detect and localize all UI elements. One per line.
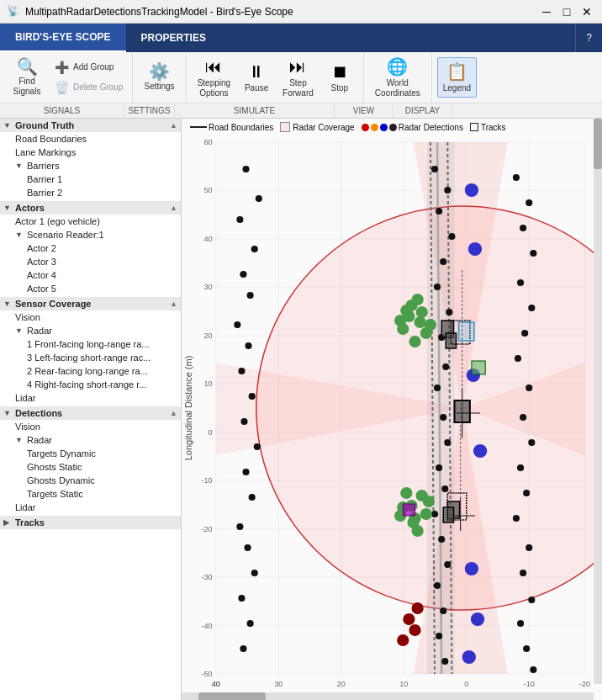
svg-text:-20: -20	[201, 525, 212, 533]
step-forward-button[interactable]: ⏭ StepForward	[277, 53, 319, 103]
svg-text:-40: -40	[201, 622, 212, 630]
legend-radar-dots: Radar Detections	[362, 123, 463, 132]
svg-point-135	[465, 562, 478, 575]
viz-svg[interactable]: 60 50 40 30 20 10 0 -10 -20 -30 -40 -50 …	[182, 119, 602, 700]
find-signals-button[interactable]: 🔍 FindSignals	[5, 54, 49, 101]
viz-scrollbar-h[interactable]	[182, 692, 594, 700]
lane-markings-label: Lane Markings	[15, 147, 76, 157]
svg-point-92	[513, 174, 520, 181]
svg-point-134	[473, 444, 487, 458]
actor-1-label: Actor 1 (ego vehicle)	[15, 216, 100, 226]
world-coordinates-icon: 🌐	[387, 56, 408, 77]
legend-button[interactable]: 📋 Legend	[437, 57, 477, 98]
help-button[interactable]: ?	[575, 24, 602, 52]
sidebar-item-det-lidar[interactable]: Lidar	[0, 501, 181, 514]
sidebar-item-vision[interactable]: Vision	[0, 310, 181, 324]
legend-bar: Road Boundaries Radar Coverage Radar Det…	[190, 122, 506, 132]
sidebar-item-barrier-2[interactable]: Barrier 2	[0, 186, 181, 199]
svg-text:-10: -10	[524, 680, 535, 688]
toolbar: 🔍 FindSignals ➕ Add Group 🗑️ Delete Grou…	[0, 52, 602, 119]
sidebar-item-ghosts-static[interactable]: Ghosts Static	[0, 460, 181, 474]
svg-point-51	[242, 166, 249, 172]
sidebar-item-radar-1[interactable]: 1 Front-facing long-range ra...	[0, 337, 181, 351]
svg-point-74	[448, 233, 455, 240]
stop-icon: ⏹	[331, 62, 348, 82]
sidebar-section-actors[interactable]: ▼ Actors ▲	[0, 201, 181, 215]
sidebar-item-actor-3[interactable]: Actor 3	[0, 255, 181, 268]
sidebar-item-targets-dynamic[interactable]: Targets Dynamic	[0, 447, 181, 460]
viz-scrollbar-thumb-h	[198, 692, 266, 700]
add-group-label: Add Group	[73, 62, 114, 72]
settings-label: Settings	[144, 82, 174, 92]
detections-label: Detections	[15, 408, 62, 418]
add-group-button[interactable]: ➕ Add Group	[50, 58, 127, 77]
close-button[interactable]: ✕	[578, 3, 595, 20]
stepping-options-button[interactable]: ⏮ SteppingOptions	[192, 53, 236, 103]
svg-point-105	[513, 515, 520, 522]
svg-point-138	[468, 242, 482, 256]
sidebar-item-det-radar[interactable]: ▼ Radar	[0, 433, 181, 447]
svg-point-81	[440, 414, 446, 421]
sidebar-item-lidar[interactable]: Lidar	[0, 391, 181, 405]
svg-point-82	[444, 439, 451, 446]
svg-point-120	[425, 319, 436, 331]
delete-group-button[interactable]: 🗑️ Delete Group	[50, 78, 127, 97]
viz-scrollbar-v[interactable]	[594, 119, 602, 684]
svg-point-54	[251, 246, 258, 252]
delete-group-icon: 🗑️	[55, 81, 69, 94]
svg-point-86	[438, 536, 445, 543]
sidebar-section-detections[interactable]: ▼ Detections ▲	[0, 406, 181, 420]
tab-birdseye[interactable]: BIRD'S-EYE SCOPE	[0, 24, 126, 52]
minimize-button[interactable]: ─	[538, 3, 555, 20]
svg-point-130	[423, 496, 435, 507]
sidebar-item-radar[interactable]: ▼ Radar	[0, 324, 181, 337]
svg-point-97	[528, 305, 535, 311]
sidebar-item-radar-3[interactable]: 3 Left-facing short-range rac...	[0, 351, 181, 364]
sidebar-item-actor-2[interactable]: Actor 2	[0, 241, 181, 255]
sidebar-item-barrier-1[interactable]: Barrier 1	[0, 172, 181, 186]
sidebar-item-lane-markings[interactable]: Lane Markings	[0, 146, 181, 159]
radar-label: Radar	[27, 326, 52, 336]
barriers-label: Barriers	[27, 161, 60, 171]
sidebar-item-barriers[interactable]: ▼ Barriers	[0, 159, 181, 172]
settings-button[interactable]: ⚙️ Settings	[138, 59, 180, 96]
sidebar-section-ground-truth[interactable]: ▼ Ground Truth ▲	[0, 119, 181, 132]
sidebar-item-actor-5[interactable]: Actor 5	[0, 282, 181, 295]
svg-point-107	[520, 570, 526, 576]
svg-point-99	[515, 355, 521, 362]
sidebar-item-targets-static[interactable]: Targets Static	[0, 487, 181, 501]
legend-icon: 📋	[446, 61, 467, 82]
scenario-reader-label: Scenario Reader:1	[27, 230, 104, 240]
actors-expand-icon: ▼	[3, 204, 15, 212]
detections-collapse-icon: ▲	[170, 409, 177, 417]
radar-2-label: 2 Rear-facing long-range ra...	[27, 366, 148, 376]
sidebar-section-tracks[interactable]: ▶ Tracks	[0, 516, 181, 529]
sidebar-item-actor-1[interactable]: Actor 1 (ego vehicle)	[0, 215, 181, 228]
svg-point-66	[244, 544, 251, 551]
pause-button[interactable]: ⏸ Pause	[238, 58, 275, 98]
svg-point-76	[434, 284, 441, 290]
svg-point-73	[436, 208, 442, 215]
svg-text:-30: -30	[201, 573, 212, 581]
sidebar-item-actor-4[interactable]: Actor 4	[0, 268, 181, 282]
settings-icon: ⚙️	[149, 63, 170, 80]
sidebar-item-road-boundaries[interactable]: Road Boundaries	[0, 132, 181, 146]
tab-properties[interactable]: PROPERTIES	[126, 24, 221, 52]
legend-road-label: Road Boundaries	[209, 123, 273, 132]
sidebar-item-radar-2[interactable]: 2 Rear-facing long-range ra...	[0, 364, 181, 378]
sidebar-section-sensor-coverage[interactable]: ▼ Sensor Coverage ▲	[0, 297, 181, 310]
legend-radar-cov-label: Radar Coverage	[293, 123, 354, 132]
detections-expand-icon: ▼	[3, 409, 15, 417]
world-coordinates-button[interactable]: 🌐 WorldCoordinates	[369, 52, 426, 103]
sidebar-item-ghosts-dynamic[interactable]: Ghosts Dynamic	[0, 474, 181, 487]
stop-button[interactable]: ⏹ Stop	[321, 58, 358, 98]
svg-point-140	[403, 613, 415, 625]
svg-point-115	[409, 336, 420, 347]
svg-point-93	[525, 199, 532, 206]
maximize-button[interactable]: □	[558, 3, 575, 20]
svg-point-85	[431, 511, 438, 517]
sidebar-item-scenario-reader[interactable]: ▼ Scenario Reader:1	[0, 228, 181, 241]
sidebar-item-radar-4[interactable]: 4 Right-facing short-range r...	[0, 378, 181, 391]
svg-point-98	[521, 330, 528, 337]
sidebar-item-det-vision[interactable]: Vision	[0, 420, 181, 433]
